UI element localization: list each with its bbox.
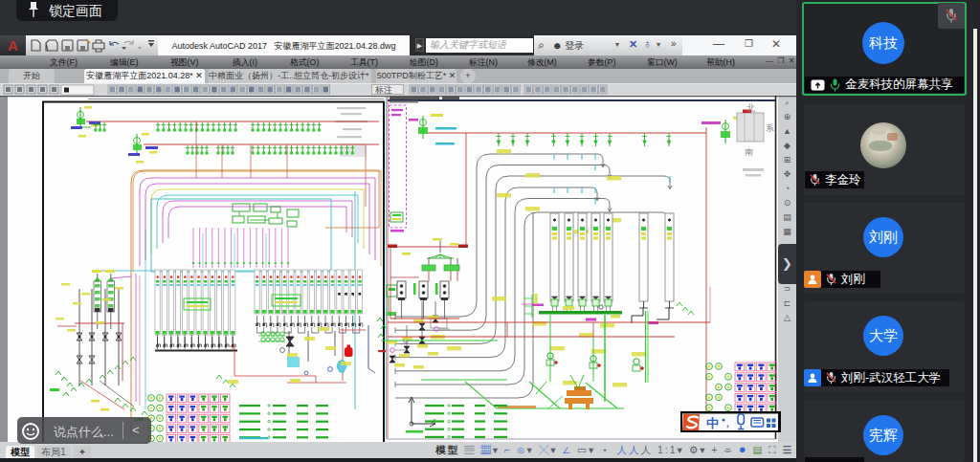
svg-text:,: ,: [726, 419, 729, 429]
svg-text:北: 北: [746, 103, 755, 113]
svg-text:南: 南: [745, 147, 753, 157]
svg-text:系: 系: [766, 123, 774, 133]
svg-text:中: 中: [706, 416, 719, 430]
